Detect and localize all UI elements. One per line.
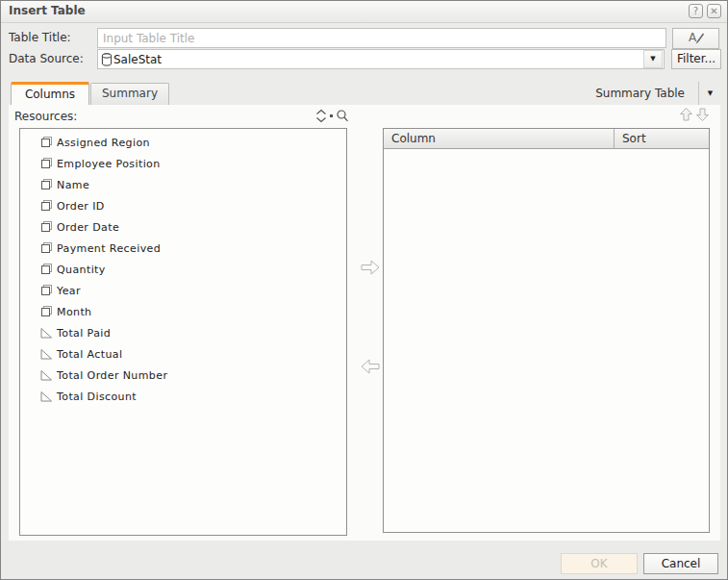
tab-columns[interactable]: Columns: [11, 82, 89, 105]
sort-options-dot-icon[interactable]: [330, 114, 333, 117]
tab-summary[interactable]: Summary: [90, 83, 169, 105]
svg-text:A: A: [689, 31, 697, 44]
resource-item[interactable]: Name: [20, 174, 346, 195]
resource-item[interactable]: Payment Received: [20, 238, 346, 259]
resource-item[interactable]: Order ID: [20, 195, 346, 216]
search-icon[interactable]: [336, 109, 349, 123]
database-icon: [101, 53, 113, 66]
column-header-column[interactable]: Column: [384, 129, 615, 148]
move-up-icon[interactable]: [679, 107, 693, 125]
measure-field-icon: [39, 327, 53, 340]
resource-item[interactable]: Total Order Number: [20, 365, 346, 386]
column-header-sort[interactable]: Sort: [615, 129, 709, 148]
table-title-input[interactable]: [97, 28, 666, 48]
help-icon[interactable]: ?: [689, 4, 703, 18]
resources-toolbar: [315, 109, 349, 123]
data-source-combobox[interactable]: SaleStat ▼: [97, 49, 665, 69]
font-az-icon: A: [686, 30, 707, 44]
dimension-field-icon: [39, 284, 53, 297]
summary-table-dropdown-arrow[interactable]: ▼: [699, 89, 721, 97]
resource-item[interactable]: Employee Position: [20, 153, 346, 174]
ok-button[interactable]: OK: [561, 553, 638, 574]
resource-label: Order Date: [57, 221, 119, 234]
resource-item[interactable]: Quantity: [20, 259, 346, 280]
arrow-left-icon: [360, 358, 381, 375]
resource-label: Total Order Number: [57, 369, 167, 382]
resource-item[interactable]: Year: [20, 280, 346, 301]
resource-item[interactable]: Month: [20, 301, 346, 322]
resource-item[interactable]: Total Actual: [20, 343, 346, 365]
data-source-dropdown-arrow[interactable]: ▼: [643, 50, 663, 68]
titlebar: Insert Table ? ✕: [1, 1, 727, 23]
close-icon[interactable]: ✕: [707, 4, 721, 18]
move-arrows: [679, 107, 710, 125]
measure-field-icon: [39, 348, 53, 361]
measure-field-icon: [39, 369, 53, 382]
dialog-title: Insert Table: [9, 4, 86, 17]
resources-header: Resources:: [14, 109, 349, 126]
dimension-field-icon: [39, 178, 53, 191]
insert-table-dialog: Insert Table ? ✕ Table Title: A Data Sou…: [0, 0, 728, 580]
selected-columns-table[interactable]: Column Sort: [383, 128, 710, 533]
resource-label: Assigned Region: [57, 137, 150, 149]
data-source-value: SaleStat: [113, 53, 642, 66]
tabstrip: Columns Summary Summary Table ▼: [1, 82, 727, 105]
dimension-field-icon: [39, 199, 53, 213]
resource-item[interactable]: Order Date: [20, 216, 346, 238]
dimension-field-icon: [39, 157, 53, 170]
summary-table-label: Summary Table: [595, 87, 685, 100]
resource-label: Employee Position: [57, 158, 161, 170]
arrow-right-icon: [360, 259, 381, 276]
resource-item[interactable]: Assigned Region: [20, 132, 346, 153]
resources-list[interactable]: Assigned Region Employee Position: [19, 128, 347, 536]
cancel-button[interactable]: Cancel: [643, 553, 718, 574]
font-style-button[interactable]: A: [672, 28, 719, 49]
resource-item[interactable]: Total Paid: [20, 322, 346, 343]
table-title-label: Table Title:: [9, 31, 71, 44]
selected-columns-header-row: Column Sort: [384, 129, 709, 149]
resource-item[interactable]: Total Discount: [20, 386, 346, 407]
remove-column-arrow-button[interactable]: [358, 358, 383, 378]
titlebar-buttons: ? ✕: [689, 4, 721, 18]
resource-label: Total Discount: [57, 391, 137, 403]
resource-label: Year: [57, 285, 81, 297]
resources-label: Resources:: [14, 110, 77, 123]
dialog-footer: OK Cancel: [1, 541, 727, 579]
move-down-icon[interactable]: [695, 107, 710, 125]
resource-label: Quantity: [57, 264, 106, 276]
dimension-field-icon: [39, 241, 53, 255]
selected-columns-empty-area: [384, 149, 709, 532]
resource-label: Total Paid: [57, 327, 111, 340]
add-column-arrow-button[interactable]: [358, 259, 383, 279]
resource-label: Payment Received: [57, 242, 161, 255]
resource-label: Order ID: [57, 200, 105, 213]
filter-button[interactable]: Filter...: [671, 49, 721, 69]
dimension-field-icon: [39, 263, 53, 276]
dimension-field-icon: [39, 220, 53, 234]
summary-table-dropdown[interactable]: Summary Table ▼: [595, 82, 721, 105]
sort-resources-icon[interactable]: [315, 109, 327, 123]
columns-tab-panel: Resources:: [9, 105, 720, 541]
resource-label: Total Actual: [57, 348, 122, 361]
dimension-field-icon: [39, 305, 53, 318]
measure-field-icon: [39, 391, 53, 403]
resource-label: Name: [57, 179, 89, 191]
data-source-label: Data Source:: [9, 52, 84, 65]
dimension-field-icon: [39, 136, 53, 149]
resource-label: Month: [57, 306, 91, 318]
